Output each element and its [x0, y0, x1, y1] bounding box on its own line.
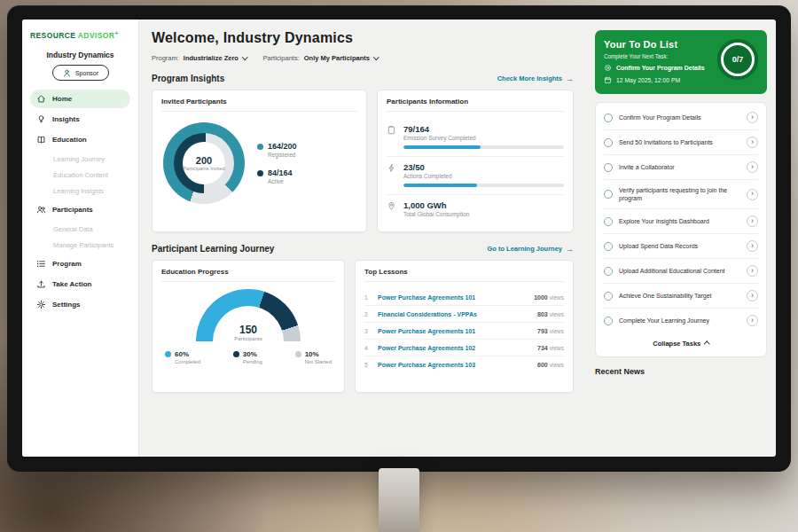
chevron-right-icon[interactable]	[747, 315, 758, 326]
sidebar-item-label: Education Content	[53, 171, 108, 179]
progress-bar	[403, 184, 564, 187]
participants-select-value: Only My Participants	[304, 54, 370, 62]
task-checkbox[interactable]	[604, 217, 613, 226]
sidebar-item-education[interactable]: Education	[30, 130, 130, 149]
lesson-link[interactable]: Financial Considerations - VPPAs	[378, 311, 531, 317]
chevron-right-icon[interactable]	[747, 215, 758, 227]
lesson-link[interactable]: Power Purchase Agreements 102	[378, 345, 531, 351]
task-checkbox[interactable]	[604, 292, 613, 301]
card-title: Education Progress	[161, 268, 335, 282]
chevron-right-icon[interactable]	[747, 161, 758, 173]
chevron-right-icon[interactable]	[747, 189, 758, 200]
section-title: Program Insights	[152, 74, 224, 83]
education-gauge: 150 Participants	[196, 289, 301, 341]
task-row[interactable]: Confirm Your Program Details	[604, 106, 758, 130]
sidebar-item-insights[interactable]: Insights	[30, 110, 130, 129]
task-row[interactable]: Achieve One Sustainability Target	[604, 284, 758, 309]
sidebar-item-education-content[interactable]: Education Content	[30, 167, 130, 183]
todo-next-task-label: Confirm Your Program Details	[616, 65, 705, 71]
lesson-link[interactable]: Power Purchase Agreements 101	[378, 294, 528, 301]
lesson-row: 1 Power Purchase Agreements 101 1000view…	[364, 289, 564, 306]
task-checkbox[interactable]	[604, 242, 613, 251]
sidebar-item-general-data[interactable]: General Data	[30, 221, 130, 237]
collapse-tasks-label: Collapse Tasks	[653, 340, 700, 348]
legend-label: Not Started	[305, 359, 332, 364]
task-checkbox[interactable]	[604, 113, 613, 122]
chevron-right-icon[interactable]	[747, 137, 758, 148]
task-row[interactable]: Upload Spend Data Records	[604, 234, 758, 259]
lesson-views: 793	[537, 328, 548, 334]
chevron-right-icon[interactable]	[747, 265, 758, 277]
sidebar-item-learning-journey[interactable]: Learning Journey	[30, 151, 130, 167]
sidebar-item-program[interactable]: Program	[30, 254, 130, 273]
task-checkbox[interactable]	[604, 190, 613, 199]
legend-value: 164/200	[268, 142, 297, 151]
chevron-up-icon	[704, 342, 709, 348]
sidebar-item-label: Settings	[52, 301, 81, 309]
info-value: 23/50	[403, 162, 564, 172]
task-label: Upload Spend Data Records	[619, 242, 740, 250]
gauge-legend-dot	[233, 351, 239, 357]
invited-total-label: Participants Invited	[183, 166, 224, 172]
clipboard-icon	[387, 125, 396, 149]
lesson-link[interactable]: Power Purchase Agreements 103	[378, 362, 531, 368]
task-label: Complete Your Learning Journey	[619, 317, 740, 325]
sidebar-item-settings[interactable]: Settings	[30, 295, 130, 314]
logo-advisor: ADVISOR	[78, 31, 115, 40]
lesson-rank: 5	[364, 362, 372, 368]
sidebar-item-learning-insights[interactable]: Learning Insights	[30, 183, 130, 199]
legend-label: Completed	[175, 359, 200, 364]
target-icon	[604, 64, 612, 72]
sidebar-item-manage-participants[interactable]: Manage Participants	[30, 237, 130, 253]
main-content: Welcome, Industry Dynamics Program: Indu…	[139, 20, 586, 457]
task-row[interactable]: Explore Your Insights Dashboard	[604, 209, 758, 234]
task-row[interactable]: Complete Your Learning Journey	[604, 309, 758, 332]
lesson-views-unit: views	[550, 345, 564, 351]
lesson-views: 1000	[534, 294, 548, 301]
collapse-tasks-button[interactable]: Collapse Tasks	[604, 332, 758, 351]
program-select[interactable]: Industrialize Zero	[184, 54, 247, 62]
task-checkbox[interactable]	[604, 163, 613, 172]
sidebar-item-participants[interactable]: Participants	[30, 200, 130, 219]
sidebar-item-take-action[interactable]: Take Action	[30, 275, 130, 293]
sponsor-badge[interactable]: Sponsor	[52, 65, 109, 81]
lesson-link[interactable]: Power Purchase Agreements 101	[378, 328, 531, 334]
legend-value: 10%	[305, 350, 319, 358]
lesson-views-unit: views	[550, 311, 564, 317]
legend-value: 30%	[243, 350, 257, 358]
check-more-insights-link[interactable]: Check More Insights	[497, 74, 574, 83]
task-row[interactable]: Upload Additional Educational Content	[604, 259, 758, 284]
task-row[interactable]: Invite a Collaborator	[604, 155, 758, 180]
invited-legend-dot	[257, 170, 263, 176]
chevron-right-icon[interactable]	[747, 290, 758, 301]
lesson-row: 3 Power Purchase Agreements 101 793views	[364, 323, 564, 340]
task-row[interactable]: Verify participants requesting to join t…	[604, 180, 758, 209]
monitor-stand	[379, 468, 419, 532]
gear-icon	[36, 300, 46, 309]
sidebar-item-label: Learning Insights	[53, 187, 104, 195]
go-to-learning-journey-link[interactable]: Go to Learning Journey	[487, 245, 574, 254]
learning-journey-header: Participant Learning Journey Go to Learn…	[152, 244, 574, 254]
task-checkbox[interactable]	[604, 267, 613, 276]
participants-select[interactable]: Only My Participants	[304, 54, 379, 62]
todo-due-label: 12 May 2025, 12:00 PM	[616, 77, 680, 83]
task-checkbox[interactable]	[604, 138, 613, 147]
task-label: Explore Your Insights Dashboard	[619, 217, 740, 225]
task-label: Achieve One Sustainability Target	[619, 292, 740, 300]
chevron-right-icon[interactable]	[747, 240, 758, 252]
tasks-card: Confirm Your Program Details Send 50 Inv…	[595, 102, 767, 357]
lesson-views-unit: views	[550, 294, 564, 301]
sidebar-item-label: Participants	[52, 206, 93, 214]
task-checkbox[interactable]	[604, 317, 613, 325]
sidebar-item-label: Insights	[52, 115, 80, 123]
gauge-legend-dot	[295, 351, 301, 357]
upload-icon	[36, 279, 46, 289]
sidebar-item-label: Take Action	[52, 280, 91, 288]
top-lessons-card: Top Lessons 1 Power Purchase Agreements …	[355, 260, 574, 393]
sidebar-item-home[interactable]: Home	[30, 90, 130, 108]
chevron-right-icon[interactable]	[747, 112, 758, 123]
learning-cards-row: Education Progress 150 Participants 60%	[152, 260, 574, 393]
invited-legend-dot	[257, 144, 263, 150]
task-row[interactable]: Send 50 Invitations to Participants	[604, 130, 758, 155]
program-insights-header: Program Insights Check More Insights	[152, 74, 574, 83]
